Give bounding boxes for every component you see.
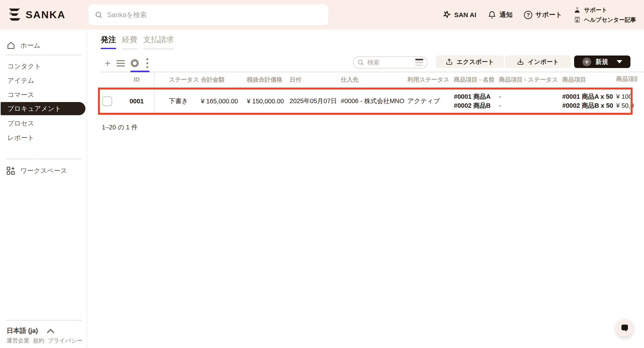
sidebar: ホーム コンタクト アイテム コマース プロキュアメント プロセス レポート ワ…	[0, 30, 87, 348]
global-search[interactable]	[88, 4, 328, 26]
person-icon	[574, 6, 581, 14]
help-circle-icon: ?	[524, 11, 532, 19]
sidebar-divider	[6, 159, 81, 159]
sidebar-item-reports[interactable]: レポート	[0, 132, 87, 144]
footer-link-privacy[interactable]: プライバシー	[48, 337, 82, 344]
table-row[interactable]: 0001 下書き ¥ 165,000.00 ¥ 150,000.00 2025年…	[101, 88, 644, 115]
brand-logo[interactable]: SANKA	[8, 7, 66, 22]
column-header-supplier[interactable]: 仕入先	[341, 76, 408, 84]
item-line: #0001 商品A x 50	[562, 92, 616, 101]
sidebar-item-label: アイテム	[8, 76, 34, 85]
cell-supplier: #0006 - 株式会社MNO	[341, 97, 408, 106]
cell-id[interactable]: 0001	[120, 88, 154, 115]
sidebar-divider	[6, 320, 81, 320]
column-header-items[interactable]: 商品項目	[562, 76, 616, 84]
column-header-item-name[interactable]: 商品項目 - 名前	[454, 76, 499, 84]
plus-circle-icon	[582, 58, 591, 66]
language-selector[interactable]: 日本語 (ja)	[6, 326, 54, 335]
sidebar-item-workspace[interactable]: ワークスペース	[0, 164, 87, 177]
column-header-status[interactable]: ステータス	[154, 76, 201, 84]
sidebar-item-label: プロキュアメント	[8, 104, 61, 113]
filter-icon[interactable]	[415, 59, 423, 66]
sidebar-item-items[interactable]: アイテム	[0, 74, 87, 87]
cell-status: 下書き	[154, 97, 201, 106]
export-icon	[446, 58, 453, 66]
search-icon	[357, 59, 364, 66]
chevron-up-icon	[47, 328, 54, 333]
sidebar-item-commerce[interactable]: コマース	[0, 89, 87, 101]
cell-usage-status: アクティブ	[408, 97, 454, 106]
column-header-item-status[interactable]: 商品項目 - ステータス	[499, 76, 562, 84]
import-label: インポート	[528, 58, 559, 66]
export-button[interactable]: エクスポート	[436, 56, 504, 68]
new-label: 新規	[596, 58, 608, 66]
record-view-icon[interactable]	[131, 59, 139, 67]
bell-icon	[488, 10, 496, 20]
chat-bubble-icon	[620, 323, 629, 333]
support-button[interactable]: ? サポート	[524, 10, 562, 19]
item-price-line: ¥ 100	[616, 92, 644, 101]
header-actions: SAN AI 通知 ? サポート サポート	[442, 0, 636, 30]
row-checkbox[interactable]	[102, 96, 112, 106]
sidebar-item-procurement-active[interactable]: プロキュアメント	[1, 102, 86, 115]
language-label: 日本語 (ja)	[6, 326, 38, 335]
sidebar-item-label: プロセス	[8, 119, 34, 128]
column-header-usage-status[interactable]: 利用ステータス	[408, 76, 454, 84]
support-account-label: サポート	[584, 6, 607, 14]
help-center-label: ヘルプセンター記事	[584, 16, 636, 24]
cell-date: 2025年05月07日	[290, 97, 341, 106]
item-name-line: #0001 商品A	[454, 92, 499, 101]
footer-link-company[interactable]: 運営企業	[6, 337, 29, 344]
tab-payment-requests[interactable]: 支払請求	[143, 35, 174, 49]
global-search-input[interactable]	[107, 11, 304, 19]
column-header-item-price[interactable]: 商品項目	[616, 75, 644, 84]
footer-links: 運営企業 規約 プライバシー	[6, 337, 82, 344]
sidebar-item-label: コンタクト	[8, 62, 41, 71]
column-header-total[interactable]: 合計金額	[201, 76, 247, 84]
column-header-id[interactable]: ID	[120, 72, 154, 88]
item-price-line: ¥ 50,0	[616, 101, 644, 110]
sidebar-item-contacts[interactable]: コンタクト	[0, 60, 87, 72]
storefront-icon	[574, 16, 581, 24]
pagination-summary: 1–20 の 1 件	[102, 123, 138, 132]
view-options-kebab-icon[interactable]	[144, 58, 150, 69]
notifications-label: 通知	[500, 10, 512, 19]
table-search[interactable]	[353, 56, 428, 68]
workspace-grid-icon	[6, 166, 16, 176]
sidebar-item-process[interactable]: プロセス	[0, 117, 87, 129]
tab-purchase-orders[interactable]: 発注	[101, 35, 116, 49]
tab-expenses[interactable]: 経費	[122, 35, 137, 49]
chat-widget-button[interactable]	[616, 319, 633, 337]
column-header-subtotal[interactable]: 税抜合計価格	[247, 76, 290, 84]
search-icon	[95, 11, 103, 19]
footer-link-terms[interactable]: 規約	[33, 337, 44, 344]
item-status-line: -	[499, 101, 562, 110]
table-header-row: ID ステータス 合計金額 税抜合計価格 日付 仕入先 利用ステータス 商品項目…	[101, 72, 644, 88]
column-header-item-price-label: 商品項目	[616, 75, 638, 83]
sidebar-home-label: ホーム	[20, 41, 40, 50]
cell-item-statuses: - -	[499, 92, 562, 110]
row-checkbox-cell	[101, 96, 120, 106]
import-button[interactable]: インポート	[505, 56, 571, 68]
import-icon	[517, 58, 524, 66]
column-header-date[interactable]: 日付	[290, 76, 341, 84]
brand-name: SANKA	[26, 9, 66, 21]
table-search-input[interactable]	[367, 59, 411, 66]
workspace-label: ワークスペース	[20, 166, 67, 175]
top-header: SANKA SAN AI 通知 ? サポート	[0, 0, 644, 30]
sparkle-icon	[442, 10, 451, 20]
export-label: エクスポート	[456, 58, 494, 66]
view-toolbar: +	[105, 56, 150, 71]
sidebar-divider	[6, 55, 81, 55]
add-view-button[interactable]: +	[105, 58, 110, 68]
item-status-line: -	[499, 92, 562, 101]
list-view-icon[interactable]	[116, 60, 125, 67]
support-account-link[interactable]: サポート	[574, 6, 636, 14]
cell-item-names: #0001 商品A #0002 商品B	[454, 92, 499, 110]
san-ai-button[interactable]: SAN AI	[442, 10, 476, 20]
new-button[interactable]: 新規	[574, 56, 630, 68]
help-center-link[interactable]: ヘルプセンター記事	[574, 16, 636, 24]
sidebar-item-home[interactable]: ホーム	[0, 39, 87, 52]
notifications-button[interactable]: 通知	[488, 10, 512, 20]
sidebar-item-label: レポート	[8, 133, 34, 142]
